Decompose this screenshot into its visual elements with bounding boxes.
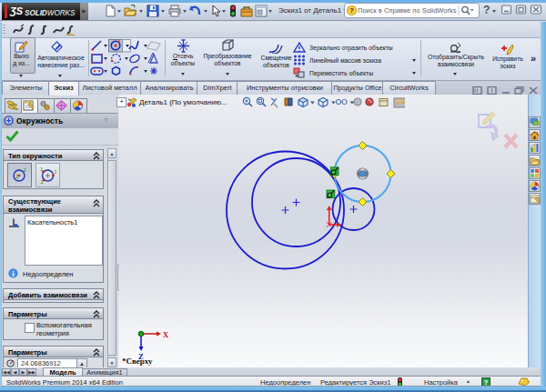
svg-text:X: X: [163, 330, 169, 339]
svg-text:?: ?: [349, 6, 354, 15]
svg-text:*Сверху: *Сверху: [122, 357, 153, 366]
